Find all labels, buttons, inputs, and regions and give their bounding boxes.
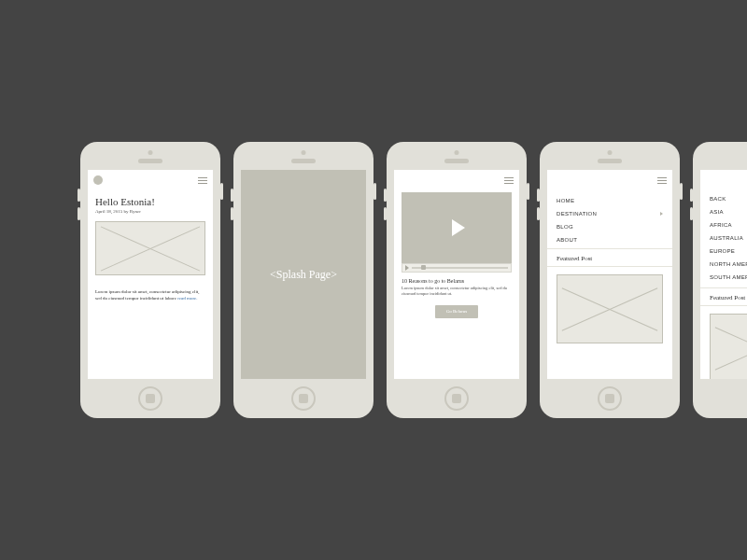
phone-power	[527, 183, 529, 200]
hamburger-icon[interactable]	[504, 177, 514, 184]
phone-power	[680, 183, 683, 200]
phone-volume-down	[78, 207, 80, 220]
image-placeholder	[710, 314, 747, 379]
image-placeholder	[95, 221, 205, 275]
read-more-link[interactable]: read more.	[177, 296, 197, 301]
home-button[interactable]	[138, 386, 162, 411]
video-title: 10 Reasons to go to Belarus	[394, 273, 519, 286]
nav-item-africa[interactable]: AFRICA	[710, 218, 747, 231]
screen-menu-main: HOME DESTINATION BLOG ABOUT Featured Pos…	[547, 170, 672, 379]
phone-volume-up	[537, 189, 540, 202]
header-bar	[88, 170, 213, 187]
header-bar	[700, 170, 747, 187]
phone-volume-down	[690, 207, 693, 220]
video-body: Lorem ipsum dolor sit amet, consectetur …	[394, 286, 519, 298]
nav-item-north-america[interactable]: NORTH AMERICA	[710, 258, 747, 271]
phone-speaker	[138, 159, 162, 163]
phone-volume-up	[231, 189, 233, 202]
phone-camera	[302, 150, 306, 155]
home-button[interactable]	[291, 386, 316, 411]
nav-item-destination[interactable]: DESTINATION	[557, 207, 663, 220]
phone-camera	[148, 150, 153, 155]
cta-button[interactable]: Go Belarus	[435, 305, 478, 318]
screen-article: Hello Estonia! April 18, 2015 by Ryner L…	[88, 170, 213, 379]
image-placeholder	[557, 274, 663, 343]
home-button[interactable]	[444, 386, 469, 411]
hamburger-icon[interactable]	[198, 177, 207, 184]
home-button[interactable]	[598, 386, 622, 411]
nav-menu: HOME DESTINATION BLOG ABOUT	[547, 187, 672, 248]
phone-power	[374, 183, 376, 200]
nav-item-australia[interactable]: AUSTRALIA	[710, 231, 747, 245]
article-meta: April 18, 2015 by Ryner	[88, 209, 213, 219]
splash-label: <Splash Page>	[241, 268, 366, 282]
phone-camera	[455, 150, 459, 155]
phone-speaker	[444, 159, 469, 163]
featured-post-heading: Featured Post	[547, 248, 672, 267]
phone-volume-up	[384, 189, 387, 202]
play-icon[interactable]	[452, 219, 465, 236]
nav-submenu: BACK ASIA AFRICA AUSTRALIA EUROPE NORTH …	[700, 187, 747, 286]
screen-splash: <Splash Page>	[241, 170, 366, 379]
play-small-icon[interactable]	[405, 265, 409, 271]
video-controls[interactable]	[402, 263, 512, 273]
nav-item-home[interactable]: HOME	[557, 194, 663, 207]
avatar-icon[interactable]	[93, 175, 103, 185]
article-title: Hello Estonia!	[88, 187, 213, 209]
phone-volume-down	[537, 207, 540, 220]
phone-camera	[608, 150, 613, 155]
nav-item-blog[interactable]: BLOG	[557, 220, 663, 233]
nav-item-asia[interactable]: ASIA	[710, 205, 747, 218]
wireframe-canvas: Hello Estonia! April 18, 2015 by Ryner L…	[0, 0, 747, 560]
header-bar	[547, 170, 672, 187]
phone-volume-down	[384, 207, 387, 220]
seek-track[interactable]	[412, 267, 508, 269]
phone-volume-down	[231, 207, 233, 220]
phone-speaker	[598, 159, 622, 163]
phone-mock-article: Hello Estonia! April 18, 2015 by Ryner L…	[80, 142, 220, 418]
nav-item-back[interactable]: BACK	[710, 192, 747, 205]
chevron-right-icon	[660, 212, 663, 216]
phone-mock-menu-main: HOME DESTINATION BLOG ABOUT Featured Pos…	[540, 142, 680, 418]
screen-video: 10 Reasons to go to Belarus Lorem ipsum …	[394, 170, 519, 379]
featured-post-heading: Featured Post	[700, 287, 747, 306]
phone-mock-menu-destinations: BACK ASIA AFRICA AUSTRALIA EUROPE NORTH …	[693, 142, 747, 418]
hamburger-icon[interactable]	[657, 177, 667, 184]
nav-item-about[interactable]: ABOUT	[557, 233, 663, 246]
screen-menu-destinations: BACK ASIA AFRICA AUSTRALIA EUROPE NORTH …	[700, 170, 747, 379]
header-bar	[394, 170, 519, 187]
article-body: Lorem ipsum dolor sit amet, consectetur …	[88, 275, 213, 301]
nav-item-south-america[interactable]: SOUTH AMERICA	[710, 271, 747, 284]
phone-speaker	[291, 159, 316, 163]
video-player[interactable]	[402, 192, 512, 263]
phone-mock-video: 10 Reasons to go to Belarus Lorem ipsum …	[387, 142, 527, 418]
phone-power	[220, 183, 223, 200]
phone-volume-up	[690, 189, 693, 202]
phone-mock-splash: <Splash Page>	[233, 142, 374, 418]
phone-volume-up	[78, 189, 80, 202]
nav-item-europe[interactable]: EUROPE	[710, 245, 747, 258]
